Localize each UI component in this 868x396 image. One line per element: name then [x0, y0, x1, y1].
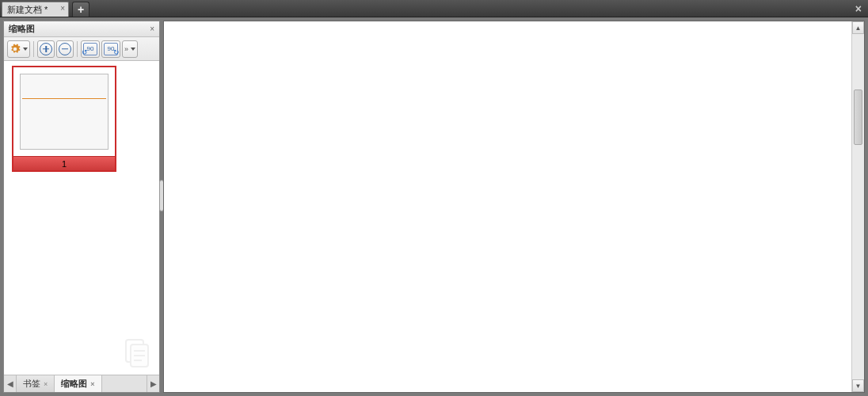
new-tab-button[interactable]: + — [72, 2, 89, 17]
panel-toolbar: 90 ↺ 90 ↻ » — [4, 37, 159, 61]
scroll-down-button[interactable]: ▼ — [852, 379, 864, 392]
vertical-scrollbar[interactable]: ▲ ▼ — [851, 21, 864, 392]
rotate-left-icon: 90 ↺ — [83, 43, 97, 55]
options-button[interactable] — [7, 40, 30, 58]
document-tab[interactable]: 新建文档 * × — [2, 2, 69, 17]
thumbnail-page-number: 1 — [13, 156, 115, 170]
pages-watermark-icon — [121, 337, 153, 368]
tab-thumbnails-label: 缩略图 — [61, 378, 87, 390]
tab-bookmarks-label: 书签 — [23, 378, 40, 390]
panel-header: 缩略图 × — [4, 21, 159, 37]
close-icon: × — [855, 2, 862, 15]
scroll-thumb[interactable] — [854, 89, 862, 145]
thumbnail-preview — [20, 74, 108, 150]
more-options-button[interactable]: » — [122, 40, 138, 58]
panel-bottom-tabs: ◀ 书签 × 缩略图 × ▶ — [4, 375, 159, 392]
scroll-track[interactable] — [852, 34, 864, 379]
document-canvas-frame: ▲ ▼ — [163, 21, 865, 393]
panel-title: 缩略图 — [9, 23, 35, 35]
zoom-in-button[interactable] — [37, 40, 55, 58]
close-icon[interactable]: × — [150, 25, 154, 33]
tab-bookmarks[interactable]: 书签 × — [17, 375, 55, 392]
tabs-scroll-left[interactable]: ◀ — [4, 375, 17, 392]
workspace: 缩略图 × 90 ↺ 90 — [0, 17, 868, 396]
tabs-scroll-right[interactable]: ▶ — [147, 375, 159, 392]
close-icon[interactable]: × — [44, 380, 48, 388]
gear-icon — [10, 44, 21, 55]
separator — [33, 41, 34, 57]
rotate-right-icon: 90 ↻ — [104, 43, 118, 55]
tab-thumbnails[interactable]: 缩略图 × — [55, 375, 101, 392]
document-tab-label: 新建文档 * — [7, 4, 48, 16]
minus-circle-icon — [59, 43, 71, 55]
plus-icon: + — [78, 3, 84, 16]
tab-bar: 新建文档 * × + × — [0, 0, 868, 17]
close-icon[interactable]: × — [90, 380, 94, 388]
separator — [77, 41, 78, 57]
rotate-left-button[interactable]: 90 ↺ — [81, 40, 100, 58]
document-canvas[interactable] — [164, 21, 851, 392]
plus-circle-icon — [40, 43, 52, 55]
rotate-right-button[interactable]: 90 ↻ — [101, 40, 120, 58]
tabbar-close-button[interactable]: × — [855, 2, 862, 15]
scroll-up-button[interactable]: ▲ — [852, 21, 864, 34]
page-thumbnail[interactable]: 1 — [12, 66, 116, 172]
close-icon[interactable]: × — [60, 4, 65, 13]
chevrons-icon: » — [124, 45, 128, 53]
thumbnail-area: 1 — [4, 61, 159, 375]
thumbnail-panel: 缩略图 × 90 ↺ 90 — [3, 21, 160, 393]
zoom-out-button[interactable] — [56, 40, 74, 58]
